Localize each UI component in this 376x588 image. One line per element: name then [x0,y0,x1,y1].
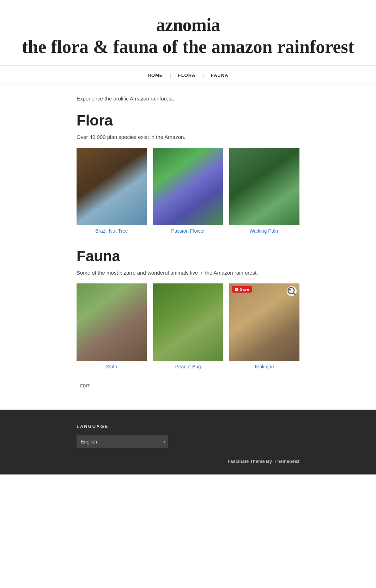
edit-link-wrap: – EDIT [77,384,299,388]
flora-image-brazil-nut[interactable] [77,148,147,225]
fauna-item-sloth: Sloth [77,283,147,369]
pinterest-icon: P [235,288,238,291]
svg-point-4 [290,289,291,290]
search-lens-icon [287,286,297,296]
fauna-caption-kinkajou[interactable]: Kinkajou [255,364,274,369]
footer-credit-brand: Themebeez [274,459,299,464]
language-select-wrap: English Spanish Portuguese ▾ [77,435,168,448]
flora-description: Over 40,000 plan species exist in the Am… [77,134,299,140]
save-badge[interactable]: P Save [232,286,252,293]
nav-home[interactable]: HOME [148,73,163,78]
flora-item-passion-flower: Passion Flower [153,148,223,234]
nav-fauna[interactable]: FAUNA [211,73,229,78]
fauna-image-sloth[interactable] [77,283,147,361]
svg-point-2 [288,287,295,294]
fauna-caption-sloth[interactable]: Sloth [106,364,117,369]
nav-sep-1: | [170,72,171,78]
fauna-caption-peanut-bug[interactable]: Peanut Bug [175,364,201,369]
site-header: aznomia the flora & fauna of the amazon … [0,0,376,66]
edit-link[interactable]: – EDIT [77,384,90,388]
fauna-heading: Fauna [77,248,299,265]
footer-language-title: LANGUAGE [77,424,299,429]
fauna-description: Some of the most bizarre and wonderul an… [77,270,299,276]
footer-credit-text: Fascinate Theme By [228,459,272,464]
save-label: Save [240,287,249,292]
flora-item-brazil-nut: Brazil Nut Tree [77,148,147,234]
flora-caption-walking-palm[interactable]: Walking Palm [249,228,279,234]
flora-image-walking-palm[interactable] [229,148,299,225]
fauna-item-kinkajou: P Save Kinkajou [229,283,299,369]
svg-line-3 [293,293,295,295]
flora-caption-passion-flower[interactable]: Passion Flower [171,228,205,234]
flora-heading: Flora [77,112,299,129]
intro-text: Experience the prolific Amazon rainfores… [77,96,299,102]
flora-image-passion-flower[interactable] [153,148,223,225]
site-footer: LANGUAGE English Spanish Portuguese ▾ Fa… [0,410,376,474]
footer-inner: LANGUAGE English Spanish Portuguese ▾ Fa… [43,424,333,464]
language-select[interactable]: English Spanish Portuguese [77,435,168,448]
fauna-item-peanut-bug: Peanut Bug [153,283,223,369]
site-title: aznomia [7,14,369,36]
flora-image-grid: Brazil Nut Tree Passion Flower Walking P… [77,148,299,234]
fauna-image-kinkajou[interactable]: P Save [229,283,299,361]
lens-icon[interactable] [287,286,297,296]
fauna-image-peanut-bug[interactable] [153,283,223,361]
fauna-image-grid: Sloth Peanut Bug P Save Kinkajou [77,283,299,369]
site-subtitle: the flora & fauna of the amazon rainfore… [7,36,369,58]
footer-credit: Fascinate Theme By Themebeez [77,459,299,464]
nav-sep-2: | [203,72,204,78]
main-nav: HOME | FLORA | FAUNA [0,66,376,85]
flora-caption-brazil-nut[interactable]: Brazil Nut Tree [95,228,128,234]
flora-item-walking-palm: Walking Palm [229,148,299,234]
nav-flora[interactable]: FLORA [178,73,196,78]
main-content: Experience the prolific Amazon rainfores… [43,96,333,388]
svg-text:P: P [236,288,238,291]
